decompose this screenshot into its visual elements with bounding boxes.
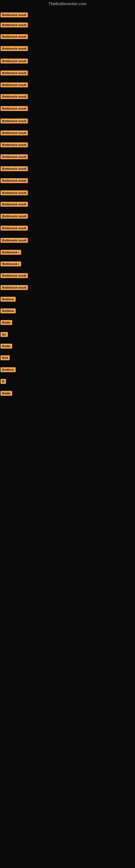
bottleneck-badge-9: Bottleneck result [1, 106, 28, 111]
bottleneck-badge-19: Bottleneck result [1, 226, 28, 230]
bottleneck-badge-26: Bottlene [1, 308, 16, 313]
bottleneck-badge-2: Bottleneck result [1, 23, 28, 27]
bottleneck-badge-10: Bottleneck result [1, 119, 28, 123]
bottleneck-badge-27: Bottle [1, 320, 12, 325]
bottleneck-badge-14: Bottleneck result [1, 166, 28, 171]
bottleneck-badge-7: Bottleneck result [1, 83, 28, 87]
bottleneck-badge-3: Bottleneck result [1, 34, 28, 39]
bottleneck-badge-15: Bottleneck result [1, 178, 28, 183]
bottleneck-badge-21: Bottleneck r [1, 250, 21, 255]
bottleneck-badge-31: Bottlene [1, 367, 16, 372]
bottleneck-badge-28: Bo [1, 332, 8, 337]
bottleneck-badge-20: Bottleneck result [1, 238, 28, 243]
bottleneck-badge-4: Bottleneck result [1, 46, 28, 51]
bottleneck-badge-5: Bottleneck result [1, 59, 28, 63]
bottleneck-badge-32: B [1, 379, 6, 384]
site-title: TheBottlenecker.com [0, 0, 135, 7]
bottleneck-badge-30: Bott [1, 355, 10, 360]
bottleneck-badge-6: Bottleneck result [1, 70, 28, 75]
bottleneck-badge-23: Bottleneck result [1, 273, 28, 278]
bottleneck-badge-33: Bottle [1, 391, 12, 396]
bottleneck-badge-1: Bottleneck result [1, 12, 28, 18]
site-header: TheBottlenecker.com [0, 0, 135, 7]
bottleneck-badge-17: Bottleneck result [1, 202, 28, 207]
bottleneck-badge-8: Bottleneck result [1, 94, 28, 99]
bottleneck-badge-22: Bottleneck r [1, 261, 21, 267]
bottleneck-badge-11: Bottleneck result [1, 130, 28, 135]
bottleneck-badge-13: Bottleneck result [1, 154, 28, 159]
bottleneck-badge-24: Bottleneck result [1, 285, 28, 290]
bottleneck-badge-29: Bottle [1, 344, 12, 348]
bottleneck-badge-16: Bottleneck result [1, 190, 28, 195]
bottleneck-badge-12: Bottleneck result [1, 143, 28, 147]
bottleneck-badge-25: Bottlene [1, 297, 16, 302]
bottleneck-badge-18: Bottleneck result [1, 214, 28, 219]
